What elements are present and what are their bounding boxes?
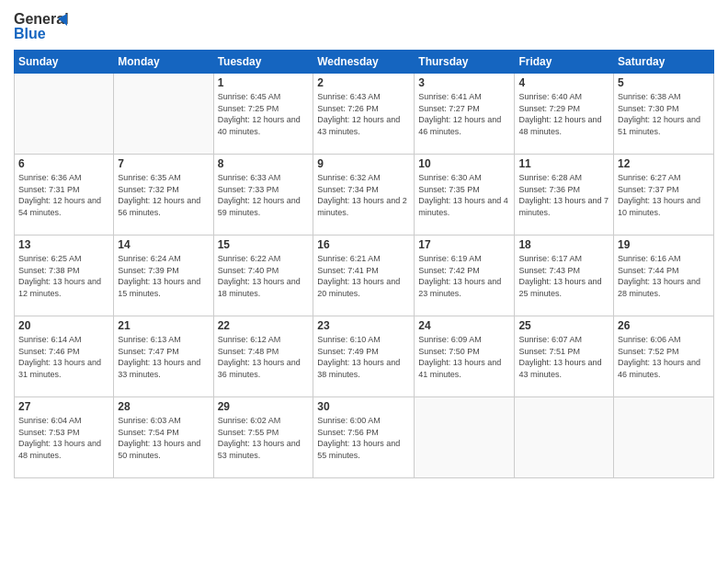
weekday-header-sunday: Sunday (15, 51, 114, 74)
day-cell: 13Sunrise: 6:25 AMSunset: 7:38 PMDayligh… (15, 236, 114, 316)
day-info: Sunrise: 6:22 AMSunset: 7:40 PMDaylight:… (218, 253, 310, 299)
day-cell: 7Sunrise: 6:35 AMSunset: 7:32 PMDaylight… (114, 155, 213, 236)
day-info: Sunrise: 6:03 AMSunset: 7:54 PMDaylight:… (118, 415, 209, 461)
day-info: Sunrise: 6:40 AMSunset: 7:29 PMDaylight:… (518, 91, 609, 137)
day-number: 28 (118, 400, 209, 413)
day-info: Sunrise: 6:19 AMSunset: 7:42 PMDaylight:… (418, 253, 510, 299)
day-cell: 22Sunrise: 6:12 AMSunset: 7:48 PMDayligh… (213, 316, 313, 397)
day-info: Sunrise: 6:07 AMSunset: 7:51 PMDaylight:… (518, 334, 609, 380)
day-cell: 12Sunrise: 6:27 AMSunset: 7:37 PMDayligh… (614, 155, 714, 236)
week-row-3: 20Sunrise: 6:14 AMSunset: 7:46 PMDayligh… (15, 316, 714, 397)
day-number: 9 (317, 157, 410, 170)
logo-icon: GeneralBlue (14, 9, 69, 42)
day-number: 8 (218, 157, 310, 170)
day-number: 25 (518, 319, 609, 332)
day-cell: 17Sunrise: 6:19 AMSunset: 7:42 PMDayligh… (415, 236, 515, 316)
day-info: Sunrise: 6:13 AMSunset: 7:47 PMDaylight:… (118, 334, 209, 380)
day-cell: 2Sunrise: 6:43 AMSunset: 7:26 PMDaylight… (313, 74, 415, 155)
day-number: 18 (518, 238, 609, 251)
day-cell: 18Sunrise: 6:17 AMSunset: 7:43 PMDayligh… (515, 236, 614, 316)
day-number: 16 (317, 238, 410, 251)
weekday-header-friday: Friday (515, 51, 614, 74)
page-header: GeneralBlue (14, 9, 714, 42)
day-info: Sunrise: 6:16 AMSunset: 7:44 PMDaylight:… (618, 253, 710, 299)
day-info: Sunrise: 6:36 AMSunset: 7:31 PMDaylight:… (18, 172, 109, 218)
week-row-4: 27Sunrise: 6:04 AMSunset: 7:53 PMDayligh… (15, 397, 714, 478)
day-info: Sunrise: 6:10 AMSunset: 7:49 PMDaylight:… (317, 334, 410, 380)
weekday-header-monday: Monday (114, 51, 213, 74)
day-number: 26 (618, 319, 710, 332)
day-number: 6 (18, 157, 109, 170)
day-cell: 10Sunrise: 6:30 AMSunset: 7:35 PMDayligh… (415, 155, 515, 236)
day-number: 17 (418, 238, 510, 251)
day-number: 24 (418, 319, 510, 332)
day-cell: 1Sunrise: 6:45 AMSunset: 7:25 PMDaylight… (213, 74, 313, 155)
day-cell (515, 397, 614, 478)
day-cell (614, 397, 714, 478)
day-info: Sunrise: 6:41 AMSunset: 7:27 PMDaylight:… (418, 91, 510, 137)
day-info: Sunrise: 6:30 AMSunset: 7:35 PMDaylight:… (418, 172, 510, 218)
day-cell: 26Sunrise: 6:06 AMSunset: 7:52 PMDayligh… (614, 316, 714, 397)
day-number: 13 (18, 238, 109, 251)
day-cell: 23Sunrise: 6:10 AMSunset: 7:49 PMDayligh… (313, 316, 415, 397)
day-number: 20 (18, 319, 109, 332)
day-info: Sunrise: 6:21 AMSunset: 7:41 PMDaylight:… (317, 253, 410, 299)
day-info: Sunrise: 6:33 AMSunset: 7:33 PMDaylight:… (218, 172, 310, 218)
day-cell: 8Sunrise: 6:33 AMSunset: 7:33 PMDaylight… (213, 155, 313, 236)
weekday-header-wednesday: Wednesday (313, 51, 415, 74)
day-number: 22 (218, 319, 310, 332)
logo: GeneralBlue (14, 9, 69, 42)
day-number: 23 (317, 319, 410, 332)
day-cell: 21Sunrise: 6:13 AMSunset: 7:47 PMDayligh… (114, 316, 213, 397)
day-cell: 9Sunrise: 6:32 AMSunset: 7:34 PMDaylight… (313, 155, 415, 236)
week-row-2: 13Sunrise: 6:25 AMSunset: 7:38 PMDayligh… (15, 236, 714, 316)
weekday-header-thursday: Thursday (415, 51, 515, 74)
day-cell: 11Sunrise: 6:28 AMSunset: 7:36 PMDayligh… (515, 155, 614, 236)
day-number: 10 (418, 157, 510, 170)
weekday-header-row: SundayMondayTuesdayWednesdayThursdayFrid… (15, 51, 714, 74)
day-cell: 15Sunrise: 6:22 AMSunset: 7:40 PMDayligh… (213, 236, 313, 316)
weekday-header-tuesday: Tuesday (213, 51, 313, 74)
weekday-header-saturday: Saturday (614, 51, 714, 74)
day-info: Sunrise: 6:32 AMSunset: 7:34 PMDaylight:… (317, 172, 410, 218)
day-cell: 6Sunrise: 6:36 AMSunset: 7:31 PMDaylight… (15, 155, 114, 236)
day-cell: 5Sunrise: 6:38 AMSunset: 7:30 PMDaylight… (614, 74, 714, 155)
week-row-1: 6Sunrise: 6:36 AMSunset: 7:31 PMDaylight… (15, 155, 714, 236)
day-info: Sunrise: 6:24 AMSunset: 7:39 PMDaylight:… (118, 253, 209, 299)
day-number: 4 (518, 76, 609, 89)
day-number: 21 (118, 319, 209, 332)
svg-text:Blue: Blue (14, 26, 46, 41)
day-number: 30 (317, 400, 410, 413)
day-cell (15, 74, 114, 155)
day-info: Sunrise: 6:09 AMSunset: 7:50 PMDaylight:… (418, 334, 510, 380)
day-cell: 3Sunrise: 6:41 AMSunset: 7:27 PMDaylight… (415, 74, 515, 155)
day-info: Sunrise: 6:04 AMSunset: 7:53 PMDaylight:… (18, 415, 109, 461)
day-cell: 27Sunrise: 6:04 AMSunset: 7:53 PMDayligh… (15, 397, 114, 478)
day-info: Sunrise: 6:43 AMSunset: 7:26 PMDaylight:… (317, 91, 410, 137)
day-cell: 19Sunrise: 6:16 AMSunset: 7:44 PMDayligh… (614, 236, 714, 316)
day-info: Sunrise: 6:25 AMSunset: 7:38 PMDaylight:… (18, 253, 109, 299)
day-cell: 25Sunrise: 6:07 AMSunset: 7:51 PMDayligh… (515, 316, 614, 397)
day-info: Sunrise: 6:35 AMSunset: 7:32 PMDaylight:… (118, 172, 209, 218)
day-number: 7 (118, 157, 209, 170)
day-number: 11 (518, 157, 609, 170)
day-cell: 4Sunrise: 6:40 AMSunset: 7:29 PMDaylight… (515, 74, 614, 155)
day-number: 5 (618, 76, 710, 89)
day-cell: 16Sunrise: 6:21 AMSunset: 7:41 PMDayligh… (313, 236, 415, 316)
day-number: 27 (18, 400, 109, 413)
day-number: 1 (218, 76, 310, 89)
day-number: 15 (218, 238, 310, 251)
day-number: 19 (618, 238, 710, 251)
day-info: Sunrise: 6:28 AMSunset: 7:36 PMDaylight:… (518, 172, 609, 218)
day-info: Sunrise: 6:17 AMSunset: 7:43 PMDaylight:… (518, 253, 609, 299)
day-cell: 28Sunrise: 6:03 AMSunset: 7:54 PMDayligh… (114, 397, 213, 478)
day-number: 2 (317, 76, 410, 89)
day-number: 29 (218, 400, 310, 413)
day-info: Sunrise: 6:14 AMSunset: 7:46 PMDaylight:… (18, 334, 109, 380)
day-cell: 29Sunrise: 6:02 AMSunset: 7:55 PMDayligh… (213, 397, 313, 478)
day-cell (114, 74, 213, 155)
day-info: Sunrise: 6:06 AMSunset: 7:52 PMDaylight:… (618, 334, 710, 380)
day-cell: 20Sunrise: 6:14 AMSunset: 7:46 PMDayligh… (15, 316, 114, 397)
week-row-0: 1Sunrise: 6:45 AMSunset: 7:25 PMDaylight… (15, 74, 714, 155)
day-info: Sunrise: 6:38 AMSunset: 7:30 PMDaylight:… (618, 91, 710, 137)
